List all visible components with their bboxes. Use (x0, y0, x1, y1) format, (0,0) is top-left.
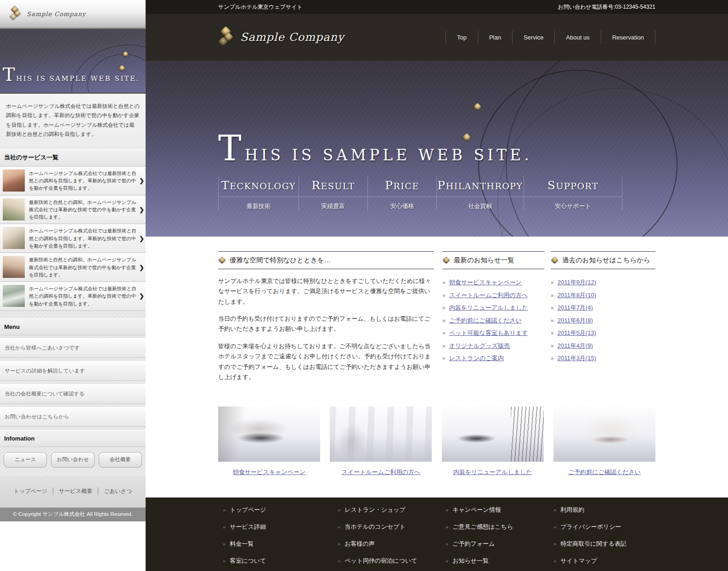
nav-link[interactable]: Top (446, 31, 478, 44)
footer-link-item: » 利用規約 (549, 503, 655, 516)
info-pill-button[interactable]: ニュース (4, 452, 47, 468)
sidebar-bottom-link[interactable]: ごあいさつ (98, 487, 137, 495)
news-link[interactable]: スイートルームご利用の方へ (449, 291, 528, 300)
news-list-item: » ペット可能な客室もあります (442, 329, 544, 337)
feature-title-en: Result (299, 176, 367, 197)
info-pill-button[interactable]: 会社概要 (99, 452, 142, 468)
double-arrow-icon: » (553, 524, 556, 530)
sidebar-service-item[interactable]: ホームページサンプル株式会社では最新技術と自然との調和を目指します。革新的な技術… (0, 167, 146, 196)
nav-link[interactable]: Service (512, 31, 554, 44)
sidebar-menu-item[interactable]: サービスの詳細を解説しています (0, 361, 146, 381)
news-link[interactable]: レストランのご案内 (449, 354, 504, 362)
archive-column: 過去のお知らせはこちらから » 2011年9月(12) » 2011年8月(10… (551, 251, 655, 367)
footer-link[interactable]: ペット同伴の宿泊について (344, 557, 417, 565)
site-header: Sample Company Top Plan Service About us… (146, 14, 728, 61)
footer-link[interactable]: お客様の声 (344, 540, 375, 548)
double-arrow-icon: » (551, 317, 554, 324)
sidebar-menu-item[interactable]: 当社から皆様へごあいさつです (0, 338, 146, 358)
gallery-caption-link[interactable]: 内装をリニューアルしました (453, 469, 532, 475)
news-link[interactable]: 内装をリニューアルしました (449, 304, 528, 312)
news-heading: 最新のお知らせ一覧 (442, 251, 544, 269)
archive-link[interactable]: 2011年6月(8) (558, 317, 593, 325)
footer-link[interactable]: ご意見ご感想はこちら (452, 523, 513, 531)
news-link[interactable]: 朝食サービスキャンペーン (449, 278, 522, 287)
gallery-caption-link[interactable]: 朝食サービスキャンペーン (233, 469, 305, 475)
gallery-photo[interactable] (442, 407, 544, 462)
sidebar-service-item[interactable]: 最新技術と自然との調和。ホームページサンプル株式会社では革新的な技術で世の中を動… (0, 253, 146, 282)
header-logo[interactable]: Sample Company (218, 28, 344, 47)
footer-link[interactable]: 当ホテルのコンセプト (344, 523, 406, 531)
sidebar-menu-item[interactable]: お問い合わせはこちらから (0, 407, 146, 427)
archive-link[interactable]: 2011年4月(9) (558, 342, 593, 350)
double-arrow-icon: » (223, 541, 226, 547)
double-arrow-icon: » (551, 355, 554, 362)
news-list-item: » オリジナルグッズ販売 (442, 342, 544, 350)
footer-link[interactable]: サイトマップ (560, 557, 597, 565)
feature-title-ja: 実績豊富 (299, 197, 367, 210)
news-link[interactable]: ご予約前にご確認ください (449, 317, 522, 325)
gem-bullet-icon (551, 257, 559, 264)
footer-link[interactable]: トップページ (230, 506, 266, 514)
gem-bullet-icon (443, 257, 450, 264)
archive-link[interactable]: 2011年7月(4) (558, 304, 593, 312)
double-arrow-icon: » (223, 524, 226, 530)
nav-link[interactable]: Reservation (601, 31, 655, 44)
gallery-photo[interactable] (330, 407, 432, 462)
footer-link[interactable]: レストラン・ショップ (344, 506, 406, 514)
archive-list-item: » 2011年5月(13) (551, 329, 655, 337)
footer-link[interactable]: 利用規約 (560, 506, 584, 514)
welcome-paragraph: 当日の予約も受け付けておりますのでご予約フォーム、もしくはお電話にてご予約いただ… (218, 314, 434, 334)
gallery-caption-link[interactable]: スイートルームご利用の方へ (342, 469, 420, 475)
footer-link[interactable]: お知らせ一覧 (452, 557, 489, 565)
archive-link[interactable]: 2011年3月(15) (558, 354, 596, 362)
main-navigation: Top Plan Service About us Reservation (446, 31, 655, 44)
footer-link[interactable]: プライバシーポリシー (560, 523, 621, 531)
sidebar-service-item[interactable]: 最新技術と自然との調和。ホームページサンプル株式会社では革新的な技術で世の中を動… (0, 196, 146, 225)
welcome-paragraph: 皆様のご来場を心よりお待ちしております。ご不明な点などございましたら当ホテルスタ… (218, 341, 434, 382)
footer-link[interactable]: 特定商取引に関する表記 (560, 540, 626, 548)
footer-column-4: » 利用規約 » プライバシーポリシー » 特定商取引に関する表記 » (549, 503, 655, 571)
gallery-item: 朝食サービスキャンペーン (218, 407, 320, 476)
footer-link[interactable]: 料金一覧 (230, 540, 254, 548)
gallery-photo[interactable] (553, 407, 655, 462)
header-logo-text: Sample Company (240, 31, 344, 44)
footer-link[interactable]: ご予約フォーム (452, 540, 495, 548)
sidebar-logo[interactable]: Sample Company (0, 0, 146, 28)
topbar-phone-number: お問い合わせ電話番号:03-12345-54321 (558, 3, 655, 11)
nav-link[interactable]: About us (554, 31, 600, 44)
nav-link[interactable]: Plan (478, 31, 512, 44)
news-link[interactable]: オリジナルグッズ販売 (449, 342, 510, 350)
sidebar-bottom-link[interactable]: トップページ (8, 487, 53, 495)
news-link[interactable]: ペット可能な客室もあります (449, 329, 528, 337)
sidebar-menu: 当社から皆様へごあいさつです サービスの詳細を解説しています 当社の会社概要につ… (0, 335, 146, 427)
sidebar-service-item[interactable]: ホームページサンプル株式会社では最新技術と自然との調和を目指します。革新的な技術… (0, 282, 146, 311)
double-arrow-icon: » (338, 541, 340, 547)
feature-title-ja: 最新技術 (219, 197, 299, 210)
hero-feature-row: Tecknology 最新技術 Result 実績豊富 Price 安心価格 P… (218, 176, 622, 210)
footer-link[interactable]: サービス詳細 (230, 523, 266, 531)
footer-link-item: » ペット同伴の宿泊について (333, 554, 441, 567)
feature-title-en: Price (368, 176, 436, 197)
gallery-caption: スイートルームご利用の方へ (330, 468, 432, 476)
footer-column-1: » トップページ » サービス詳細 » 料金一覧 » (218, 503, 333, 571)
sidebar-bottom-link[interactable]: サービス概要 (53, 487, 98, 495)
news-heading-text: 最新のお知らせ一覧 (454, 256, 514, 265)
archive-link[interactable]: 2011年9月(12) (558, 278, 596, 287)
info-pill-button[interactable]: お問い合わせ (51, 452, 94, 468)
feature-title-ja: 社会貢献 (437, 197, 524, 210)
archive-link[interactable]: 2011年5月(13) (558, 329, 596, 337)
welcome-paragraph: サンプルホテル東京では皆様に特別なひとときをすごしていただくために様々なサービス… (218, 276, 434, 307)
sidebar-service-item[interactable]: ホームページサンプル株式会社では最新技術と自然との調和を目指します。革新的な技術… (0, 224, 146, 253)
sidebar-services-heading: 当社のサービス一覧 (0, 148, 146, 167)
footer-link[interactable]: キャンペーン情報 (452, 506, 501, 514)
footer-link[interactable]: 客室について (230, 557, 266, 565)
gallery-photo[interactable] (218, 407, 320, 462)
feature-title-en: Support (524, 176, 622, 197)
archive-link[interactable]: 2011年8月(10) (558, 291, 596, 300)
sidebar-hero-title: This is sample web site. (3, 64, 140, 85)
sidebar-bottom-links: トップページ サービス概要 ごあいさつ (0, 475, 146, 508)
service-thumbnail-image (3, 170, 25, 192)
sidebar-menu-item[interactable]: 当社の会社概要について確認する (0, 384, 146, 404)
gem-bullet-icon (219, 257, 226, 264)
gallery-caption-link[interactable]: ご予約前にご確認ください (568, 469, 641, 475)
